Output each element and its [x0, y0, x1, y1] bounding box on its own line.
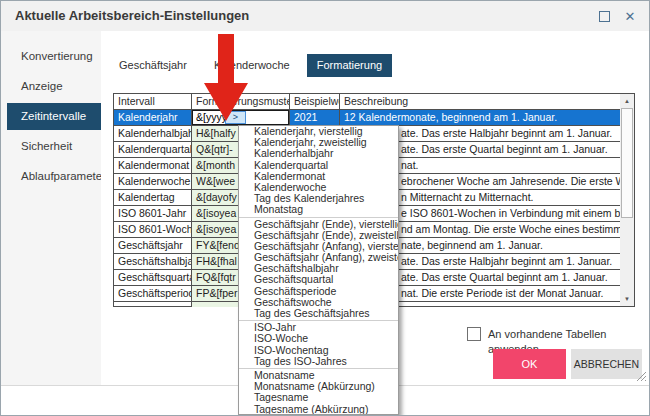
dropdown-item-gesch-ftsquartal[interactable]: Geschäftsquartal	[239, 274, 398, 285]
close-button[interactable]: ✕	[619, 6, 641, 26]
dropdown-item-tagesname-abk-rzung[interactable]: Tagesname (Abkürzung)	[239, 404, 398, 415]
sidebar-item-ablaufparameter[interactable]: Ablaufparameter	[7, 163, 101, 190]
scroll-up-icon[interactable]: ▲	[620, 94, 634, 108]
dropdown-item-gesch-ftsjahr-ende-zweistellig[interactable]: Geschäftsjahr (Ende), zweistellig	[239, 230, 398, 241]
dropdown-item-gesch-ftsjahr-ende-vierstellig[interactable]: Geschäftsjahr (Ende), vierstellig	[239, 219, 398, 230]
dropdown-item-gesch-ftsperiode[interactable]: Geschäftsperiode	[239, 286, 398, 297]
dropdown-separator	[239, 368, 398, 369]
dropdown-separator	[239, 320, 398, 321]
pattern-expand-button[interactable]: >	[225, 111, 246, 124]
ok-button[interactable]: OK	[493, 349, 566, 379]
dropdown-item-kalendermonat[interactable]: Kalendermonat	[239, 171, 398, 182]
dropdown-item-gesch-ftswoche[interactable]: Geschäftswoche	[239, 297, 398, 308]
cell-description: 12 Kalendermonate, beginnend am 1. Janua…	[340, 110, 620, 126]
dropdown-item-monatstag[interactable]: Monatstag	[239, 204, 398, 215]
sidebar-item-sicherheit[interactable]: Sicherheit	[7, 133, 101, 160]
sidebar-item-anzeige[interactable]: Anzeige	[7, 73, 101, 100]
sidebar: KonvertierungAnzeigeZeitintervalleSicher…	[1, 31, 101, 385]
column-header-intervall: Intervall	[114, 94, 192, 110]
cell-interval: ISO 8601-Woche	[114, 222, 192, 238]
dropdown-item-tagesname[interactable]: Tagesname	[239, 392, 398, 403]
column-header-beispielwert: Beispielwert	[290, 94, 340, 110]
dropdown-item-tag-des-iso-jahres[interactable]: Tag des ISO-Jahres	[239, 356, 398, 367]
pattern-edit-cell[interactable]: &[yyyy]>	[192, 110, 290, 126]
dropdown-item-kalenderquartal[interactable]: Kalenderquartal	[239, 160, 398, 171]
dropdown-item-kalenderjahr-zweistellig[interactable]: Kalenderjahr, zweistellig	[239, 137, 398, 148]
sidebar-item-zeitintervalle[interactable]: Zeitintervalle	[7, 103, 101, 130]
cell-interval: Kalendermonat	[114, 158, 192, 174]
tab-gesch-ftsjahr[interactable]: Geschäftsjahr	[109, 54, 197, 77]
dropdown-item-iso-jahr[interactable]: ISO-Jahr	[239, 322, 398, 333]
dropdown-item-monatsname[interactable]: Monatsname	[239, 370, 398, 381]
cell-interval: Geschäftshalbjahr	[114, 254, 192, 270]
column-header-beschreibung: Beschreibung	[340, 94, 620, 110]
dropdown-item-iso-woche[interactable]: ISO-Woche	[239, 333, 398, 344]
dropdown-item-tag-des-kalenderjahres[interactable]: Tag des Kalenderjahres	[239, 193, 398, 204]
tab-formatierung[interactable]: Formatierung	[307, 54, 392, 77]
format-pattern-dropdown: Kalenderjahr, vierstelligKalenderjahr, z…	[238, 125, 399, 415]
cell-interval: Kalenderwoche	[114, 174, 192, 190]
cell-interval: Kalenderjahr	[114, 110, 192, 126]
resize-grip-icon[interactable]	[636, 371, 647, 382]
cell-interval: Kalenderhalbjahr	[114, 126, 192, 142]
dropdown-item-kalenderwoche[interactable]: Kalenderwoche	[239, 182, 398, 193]
cell-interval: Kalendertag	[114, 190, 192, 206]
table-scrollbar[interactable]: ▲ ▼	[620, 94, 634, 306]
dropdown-item-gesch-ftsjahr-anfang-vierstellig[interactable]: Geschäftsjahr (Anfang), vierstellig	[239, 241, 398, 252]
dropdown-item-kalenderjahr-vierstellig[interactable]: Kalenderjahr, vierstellig	[239, 126, 398, 137]
dialog-window: Aktuelle Arbeitsbereich-Einstellungen ✕ …	[0, 0, 650, 416]
dropdown-item-gesch-ftsjahr-anfang-zweistellig[interactable]: Geschäftsjahr (Anfang), zweistellig	[239, 252, 398, 263]
cell-interval: Geschäftsquartal	[114, 270, 192, 286]
title-bar: Aktuelle Arbeitsbereich-Einstellungen ✕	[1, 1, 649, 31]
dropdown-item-tag-des-gesch-ftsjahres[interactable]: Tag des Geschäftsjahres	[239, 308, 398, 319]
scroll-down-icon[interactable]: ▼	[620, 292, 634, 306]
dropdown-item-iso-wochentag[interactable]: ISO-Wochentag	[239, 345, 398, 356]
table-header-row: IntervallFormatierungsmusterBeispielwert…	[114, 94, 620, 110]
window-title: Aktuelle Arbeitsbereich-Einstellungen	[15, 1, 249, 31]
maximize-icon	[599, 11, 610, 22]
dropdown-item-monatsname-abk-rzung[interactable]: Monatsname (Abkürzung)	[239, 381, 398, 392]
dropdown-separator	[239, 217, 398, 218]
scrollbar-track[interactable]	[620, 108, 634, 292]
dropdown-item-gesch-ftshalbjahr[interactable]: Geschäftshalbjahr	[239, 263, 398, 274]
column-header-formatierungsmuster: Formatierungsmuster	[192, 94, 290, 110]
dropdown-item-kalenderhalbjahr[interactable]: Kalenderhalbjahr	[239, 148, 398, 159]
cell-interval: ISO 8601-Jahr	[114, 206, 192, 222]
table-row-kalenderjahr[interactable]: Kalenderjahr&[yyyy]>202112 Kalendermonat…	[114, 110, 620, 126]
tab-bar: GeschäftsjahrKalenderwocheFormatierung	[109, 54, 392, 77]
cancel-button[interactable]: ABBRECHEN	[571, 349, 642, 379]
cell-example: 2021	[290, 110, 340, 126]
maximize-button[interactable]	[593, 6, 615, 26]
apply-tables-checkbox[interactable]	[467, 327, 481, 341]
close-icon: ✕	[625, 9, 636, 24]
scrollbar-thumb[interactable]	[621, 108, 633, 218]
tab-kalenderwoche[interactable]: Kalenderwoche	[204, 54, 300, 77]
cell-interval: Geschäftsjahr	[114, 238, 192, 254]
cell-interval: Kalenderquartal	[114, 142, 192, 158]
cell-interval: Geschäftsperiode	[114, 286, 192, 302]
sidebar-item-konvertierung[interactable]: Konvertierung	[7, 43, 101, 70]
